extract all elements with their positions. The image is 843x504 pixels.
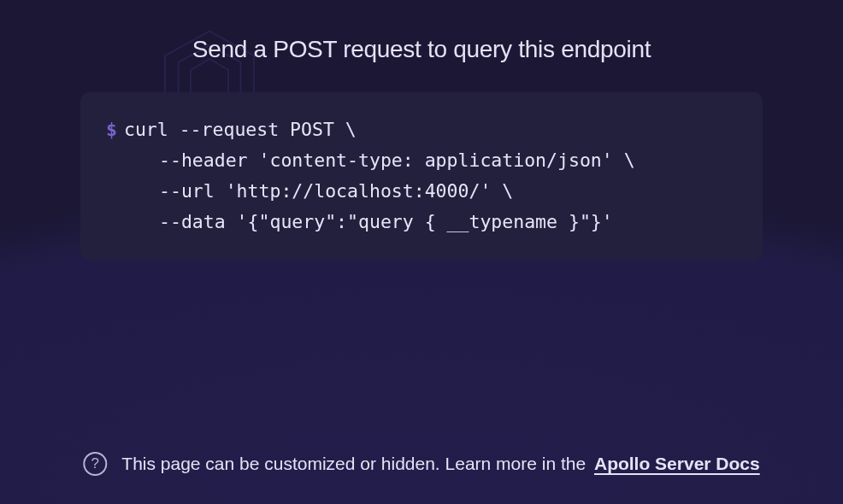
- code-line-4: --data '{"query":"query { __typename }"}…: [106, 207, 737, 237]
- footer-text: This page can be customized or hidden. L…: [121, 454, 591, 473]
- footer-text-wrapper: This page can be customized or hidden. L…: [121, 454, 759, 474]
- footer: ? This page can be customized or hidden.…: [83, 452, 759, 476]
- code-line-2: --header 'content-type: application/json…: [106, 145, 737, 176]
- question-icon: ?: [83, 452, 107, 476]
- page-title: Send a POST request to query this endpoi…: [192, 36, 651, 63]
- prompt: $: [106, 119, 117, 140]
- code-line-1: curl --request POST \: [124, 119, 357, 140]
- docs-link[interactable]: Apollo Server Docs: [594, 454, 760, 473]
- code-block: $curl --request POST \ --header 'content…: [80, 92, 763, 260]
- code-line-3: --url 'http://localhost:4000/' \: [106, 176, 737, 207]
